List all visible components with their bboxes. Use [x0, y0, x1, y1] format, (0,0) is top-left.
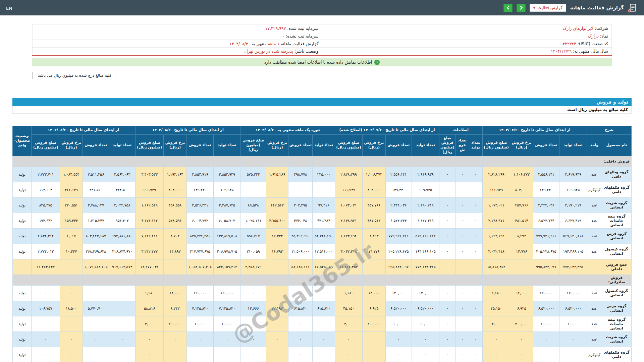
table-cell: ۸,۴۹۳ — [510, 228, 533, 244]
table-cell: ۸۴۲,۱۵۹,۴۱۴ — [214, 259, 240, 275]
table-cell: ۰ — [335, 347, 362, 362]
product-name-cell: جمع فروش داخلی — [602, 259, 631, 275]
table-cell: ۰ — [214, 331, 240, 347]
unit-cell: عدد — [587, 213, 602, 228]
table-cell — [510, 275, 533, 285]
table-cell: ۱۴,۰۰۰ — [164, 285, 186, 301]
field-value: لابراتوارهای رازک — [563, 26, 593, 31]
table-cell: ۴۵۶,۵۵۸ — [164, 197, 186, 213]
table-cell — [439, 275, 455, 285]
table-cell — [439, 156, 455, 167]
table-cell: ۱۸,۵۰۰ — [60, 301, 83, 316]
table-cell — [455, 156, 469, 167]
table-cell: ۲۹۸,۷۷۸ — [288, 167, 313, 182]
status-cell: تولید — [13, 316, 32, 331]
language-toggle[interactable]: EN — [6, 6, 12, 11]
table-cell: ۲,۵۵۶,۱۴۱ — [385, 167, 412, 182]
table-header-cell: واحد — [587, 134, 602, 156]
table-cell: ۰ — [439, 347, 455, 362]
status-cell: تولید — [13, 347, 32, 362]
table-cell: ۰ — [288, 347, 313, 362]
table-cell: ۱۰,۰۰۰ — [559, 316, 587, 331]
table-cell: ۲,۲۸۷,۶۳۵ — [214, 197, 240, 213]
table-cell: ۱,۱۰۶,۴۷۲ — [363, 167, 385, 182]
table-row: گروه کپسول انسانیعدد۱۲۰,۰۰۰۱۲۰,۰۰۰۱۴,۰۰۰… — [13, 285, 632, 301]
table-cell: ۲۰۰,۰۰۰ — [363, 316, 385, 331]
table-row: گروه نیمه جامدات انسانیعدد۱۰,۰۰۰۱۰,۰۰۰۲۰… — [13, 316, 632, 331]
table-cell: ۷۷۹,۹۲۱,۲۶۱ — [385, 228, 412, 244]
table-header-cell: نرخ فروش (ریال) — [510, 134, 533, 156]
table-cell: ۹۵۴,۴۰۲ — [109, 213, 135, 228]
table-cell: ۰ — [510, 347, 533, 362]
table-cell: ۲,۵۴۶,۳۳۱ — [186, 197, 213, 213]
table-cell: ۶,۵۲۰,۰۰۰ — [412, 301, 439, 316]
table-cell: ۰ — [469, 244, 482, 259]
table-cell: ۰ — [164, 331, 186, 347]
table-cell: ۶,۰۰۴,۷۹۲ — [186, 213, 213, 228]
unit-cell — [587, 259, 602, 275]
table-cell: ۷,۱۳۵,۸۲۰ — [186, 301, 213, 316]
table-cell: ۱۳,۶۶۶ — [240, 301, 266, 316]
table-cell — [164, 259, 186, 275]
table-cell: ۰ — [455, 285, 469, 301]
table-cell: ۱۵,۸۱۸,۳۵۲ — [482, 259, 510, 275]
chevron-right-icon — [520, 5, 523, 10]
table-cell: ۲,۵۵۶,۱۴۱ — [533, 167, 559, 182]
table-cell: ۱,۰۷۳,۰۲۱ — [482, 197, 510, 213]
table-header-cell: از ابتدای سال مالی تا تاریخ ۱۴۰۴/۰۷/۳۰ — [482, 126, 587, 134]
table-cell: ۳,۲۴۲,۴۷۷ — [135, 244, 163, 259]
table-cell — [559, 275, 587, 285]
table-cell: ۰ — [32, 316, 60, 331]
table-cell: ۵۷۵,۲۳۴ — [240, 167, 266, 182]
table-header-cell: تعداد فروش — [533, 134, 559, 156]
report-type-dropdown[interactable]: گزارش فعالیت ▾ — [530, 4, 566, 12]
table-cell: ۰ — [240, 285, 266, 301]
table-cell — [385, 156, 412, 167]
symbol-cell: نماد: درازک — [322, 32, 612, 40]
notice-text: اطلاعات نمایش داده شده با اطلاعات امضا ش… — [264, 60, 372, 65]
table-cell: ۰ — [83, 347, 109, 362]
table-header-cell: اصلاحات — [439, 126, 483, 134]
production-sales-section: تولید و فروش کلیه مبالغ به میلیون ریال ا… — [0, 98, 644, 362]
table-cell: ۰ — [164, 347, 186, 362]
table-cell: ۰ — [439, 285, 455, 301]
table-cell: ۰ — [109, 316, 135, 331]
section-label-cell: فروش داخلی: — [602, 156, 631, 167]
table-cell — [385, 275, 412, 285]
table-cell: ۱۲,۳۳۳ — [266, 228, 288, 244]
prev-report-button[interactable] — [503, 4, 513, 12]
table-cell: ۳,۷۸۸,۱۲۷ — [83, 197, 109, 213]
table-cell: ۰ — [455, 244, 469, 259]
table-cell: ۴۶۶,۱۴۹ — [60, 182, 83, 197]
table-cell: ۱۰,۰۰۰ — [385, 316, 412, 331]
table-cell: ۲,۵۱۱,۳۵۶ — [83, 167, 109, 182]
table-cell: ۱۰۹,۹۲۵ — [214, 182, 240, 197]
table-header-cell: نرخ فروش (ریال) — [60, 134, 83, 156]
table-row: گروه کپسول انسانیعدد۱۹۴,۴۶۶,۱۰۵۲۰۵,۲۲۸,۶… — [13, 244, 632, 259]
product-name-cell: گروه ویالهای دامی — [602, 167, 631, 182]
table-cell: ۵۸,۸۱۶ — [135, 301, 163, 316]
table-cell: ۱۹۴,۴۶۶,۱۰۵ — [559, 244, 587, 259]
table-cell: ۱۳۹,۲۴۰ — [186, 182, 213, 197]
table-cell: ۱۸,۲۷۷,۰۳۱ — [135, 259, 163, 275]
table-cell — [559, 156, 587, 167]
company-name-cell: شرکت: لابراتوارهای رازک — [322, 24, 612, 32]
table-cell: ۰ — [240, 347, 266, 362]
chevron-left-icon — [506, 5, 510, 10]
section-row: فروش داخلی: — [13, 156, 632, 167]
table-cell — [363, 259, 385, 275]
table-header-cell: تعداد فروش — [186, 134, 213, 156]
table-cell: ۰ — [559, 347, 587, 362]
table-cell — [60, 156, 83, 167]
table-cell: ۱۱۱,۹۴۹ — [135, 182, 163, 197]
next-report-button[interactable] — [517, 4, 526, 12]
table-cell: ۰ — [313, 182, 335, 197]
topbar: گزارش فعالیت ماهانه گزارش فعالیت ▾ EN — [0, 0, 644, 15]
table-row: گروه شربت انسانیعدد۲,۱۹۰,۲۱۹۲,۳۴۴,۰۳۶۴۵۷… — [13, 197, 632, 213]
table-cell: ۸۹,۵۲۸ — [240, 197, 266, 213]
table-cell — [109, 275, 135, 285]
table-cell: ۲,۳۴۴,۰۳۶ — [385, 197, 412, 213]
table-cell: ۰ — [469, 213, 482, 228]
table-cell: ۰ — [109, 331, 135, 347]
table-cell — [135, 156, 163, 167]
